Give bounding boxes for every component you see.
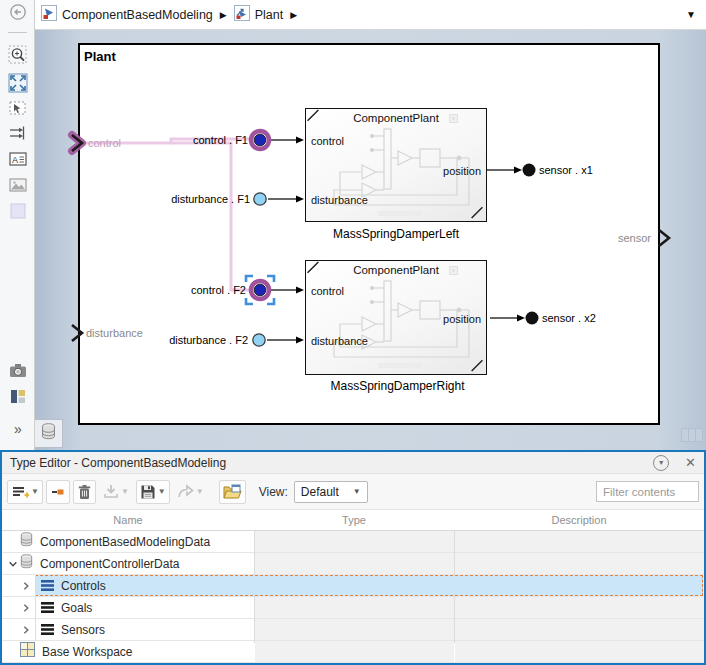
breadcrumb-label: Plant — [255, 8, 284, 22]
screenshot-button[interactable] — [7, 361, 29, 383]
breadcrumb-item-model[interactable]: ComponentBasedModeling — [41, 5, 213, 25]
dropdown-caret-icon: ▼ — [196, 487, 204, 496]
data-dictionary-icon — [20, 532, 33, 551]
highlighted-signal-wire[interactable] — [83, 139, 250, 290]
expander-chevron-right-icon[interactable] — [19, 625, 33, 635]
dropdown-caret-icon[interactable]: ▼ — [158, 487, 166, 496]
svg-text:A: A — [12, 155, 18, 165]
column-header-type: Type — [254, 510, 454, 530]
table-row[interactable]: Goals — [2, 597, 704, 619]
image-icon — [8, 175, 28, 199]
expander-chevron-down-icon[interactable] — [6, 559, 20, 569]
breadcrumb-item-subsystem[interactable]: Plant — [234, 5, 284, 25]
table-header: Name Type Description — [2, 510, 704, 531]
label-control-f2: control . F2 — [191, 284, 246, 296]
signal-routing-button[interactable] — [7, 124, 29, 146]
row-name: Goals — [61, 601, 92, 615]
chevron-down-icon: ▼ — [353, 487, 361, 496]
expand-toolbar-button[interactable]: » — [7, 418, 29, 440]
block-mass-spring-damper-left[interactable]: ComponentPlant › control distur — [305, 108, 487, 222]
block-port-in-disturbance: disturbance — [311, 194, 368, 206]
toolbar-divider — [8, 32, 27, 33]
label-sensor-x1: sensor . x1 — [539, 164, 593, 176]
open-folder-icon — [223, 484, 242, 500]
save-icon — [140, 484, 156, 500]
breadcrumb-separator-icon: ▶ — [290, 10, 297, 20]
column-header-description: Description — [454, 510, 704, 530]
simulink-window: A » — [0, 0, 706, 665]
panel-menu-icon[interactable]: ▼ — [653, 455, 669, 471]
type-editor-panel: Type Editor - ComponentBasedModeling ▼ ✕… — [0, 450, 706, 665]
breadcrumb-separator-icon: ▶ — [220, 10, 227, 20]
back-arrow-icon — [9, 3, 27, 25]
data-dictionary-icon — [20, 554, 33, 573]
column-header-name: Name — [2, 510, 254, 530]
block-inner-title: ComponentPlant — [306, 264, 486, 276]
zoom-region-button[interactable] — [7, 46, 29, 68]
import-button[interactable]: ▼ — [99, 480, 133, 504]
node-control-f1[interactable] — [251, 131, 269, 149]
hidden-content-badge[interactable] — [681, 428, 703, 442]
delete-button[interactable] — [73, 480, 96, 504]
edge-label-control: control — [88, 137, 121, 149]
block-port-out-position: position — [443, 313, 481, 325]
annotation-icon: A — [8, 149, 28, 173]
nested-type-icon — [50, 485, 66, 499]
row-name: ComponentBasedModelingData — [40, 535, 210, 549]
block-mass-spring-damper-right[interactable]: ComponentPlant › control distur — [305, 260, 487, 375]
dropdown-caret-icon[interactable]: ▼ — [31, 487, 39, 496]
view-select[interactable]: Default ▼ — [294, 481, 368, 503]
camera-icon — [8, 360, 28, 384]
workspace-icon — [20, 642, 35, 661]
filter-contents-input[interactable] — [596, 481, 699, 502]
node-sensor-x2[interactable] — [526, 312, 539, 325]
node-control-f2[interactable] — [251, 281, 269, 299]
input-port-control[interactable] — [72, 135, 82, 151]
import-icon — [103, 484, 119, 499]
navigate-back-button[interactable] — [7, 3, 29, 25]
label-sensor-x2: sensor . x2 — [542, 312, 596, 324]
fit-to-view-icon — [8, 73, 28, 97]
add-entry-button[interactable]: ▼ — [7, 480, 43, 504]
add-nested-type-button[interactable] — [46, 480, 70, 504]
block-port-in-disturbance: disturbance — [311, 335, 368, 347]
annotation-button[interactable]: A — [7, 150, 29, 172]
palette-button[interactable] — [7, 387, 29, 409]
node-disturbance-f1[interactable] — [254, 193, 266, 205]
add-entry-icon — [11, 484, 29, 500]
table-row[interactable]: ComponentBasedModelingData — [2, 531, 704, 553]
model-canvas[interactable]: Plant — [35, 30, 706, 450]
table-row-selected[interactable]: Controls — [2, 575, 704, 597]
region-select-button[interactable] — [7, 99, 29, 121]
breadcrumb-label: ComponentBasedModeling — [62, 8, 213, 22]
table-row[interactable]: Base Workspace — [2, 641, 704, 663]
panels-icon — [8, 386, 28, 410]
data-dictionary-tab[interactable] — [35, 419, 63, 448]
export-button[interactable]: ▼ — [173, 480, 208, 504]
fit-to-view-button[interactable] — [7, 74, 29, 96]
node-sensor-x1[interactable] — [523, 164, 536, 177]
breadcrumb-dropdown-icon[interactable]: ▼ — [686, 9, 696, 20]
table-row[interactable]: Sensors — [2, 619, 704, 641]
input-port-disturbance[interactable] — [72, 325, 82, 341]
bus-type-icon — [41, 577, 54, 595]
block-caption: MassSpringDamperLeft — [305, 227, 487, 241]
block-badge-icon: › — [449, 114, 458, 123]
row-name: Base Workspace — [42, 645, 133, 659]
block-port-out-position: position — [443, 165, 481, 177]
panel-close-icon[interactable]: ✕ — [685, 456, 696, 469]
canvas-tool-strip: A » — [0, 0, 35, 450]
route-arrows-icon — [8, 123, 28, 147]
image-button[interactable] — [7, 176, 29, 198]
area-box-icon — [8, 201, 28, 225]
node-disturbance-f2[interactable] — [253, 334, 265, 346]
table-row[interactable]: ComponentControllerData — [2, 553, 704, 575]
dropdown-caret-icon: ▼ — [121, 487, 129, 496]
area-button[interactable] — [7, 202, 29, 224]
expander-chevron-right-icon[interactable] — [19, 603, 33, 613]
edge-label-disturbance: disturbance — [86, 327, 143, 339]
open-in-model-explorer-button[interactable] — [219, 480, 246, 504]
save-button[interactable]: ▼ — [136, 480, 170, 504]
expander-chevron-right-icon[interactable] — [19, 581, 33, 591]
output-port-sensor[interactable] — [659, 230, 669, 246]
